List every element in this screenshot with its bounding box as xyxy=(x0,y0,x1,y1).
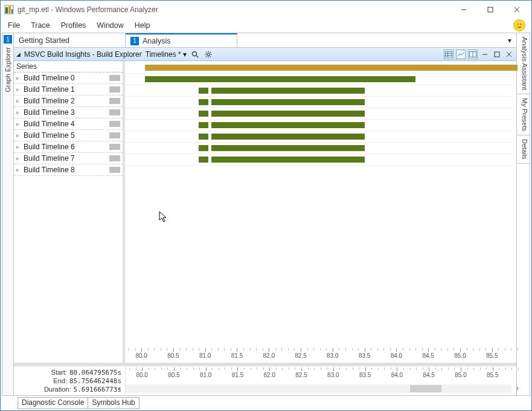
svg-point-10 xyxy=(193,51,197,56)
series-label: Build Timeline 1 xyxy=(24,85,75,94)
series-swatch xyxy=(109,121,120,127)
overview-ruler[interactable]: 80.080.581.081.582.082.583.083.584.084.5… xyxy=(125,366,516,395)
scroll-left-icon[interactable]: ‹ xyxy=(118,384,121,392)
series-item[interactable]: ▹Build Timeline 1 xyxy=(14,84,123,95)
timeline-bar[interactable] xyxy=(211,122,364,128)
timeline-bar[interactable] xyxy=(145,76,415,82)
feedback-smiley-icon[interactable] xyxy=(513,19,525,31)
series-item[interactable]: ▹Build Timeline 2 xyxy=(14,95,123,107)
x-tick-label: 83.0 xyxy=(327,372,339,378)
chart-track xyxy=(125,120,511,131)
svg-point-12 xyxy=(207,53,210,56)
timeline-bar[interactable] xyxy=(211,111,364,117)
menu-window[interactable]: Window xyxy=(92,20,128,31)
timeline-bar[interactable] xyxy=(199,111,208,117)
menu-file[interactable]: File xyxy=(3,20,25,31)
timeline-bar[interactable] xyxy=(199,99,208,105)
minimize-button[interactable] xyxy=(450,1,477,18)
x-tick-label: 81.0 xyxy=(199,352,211,359)
search-icon[interactable] xyxy=(190,50,200,59)
left-rail-graph-explorer[interactable]: Graph Explorer xyxy=(4,47,11,92)
timeline-bar[interactable] xyxy=(199,134,208,140)
panel-view-dropdown[interactable]: Timelines * ▾ xyxy=(146,50,187,59)
timeline-bar[interactable] xyxy=(199,157,208,163)
scroll-right-icon[interactable]: › xyxy=(516,384,519,392)
timeline-bar[interactable] xyxy=(211,157,364,163)
series-label: Build Timeline 6 xyxy=(24,143,75,151)
timeline-bar[interactable] xyxy=(199,145,208,151)
tab-getting-started[interactable]: Getting Started xyxy=(14,33,126,47)
right-tab-my-presets[interactable]: My Presets xyxy=(517,94,530,135)
status-symbols-hub[interactable]: Symbols Hub xyxy=(88,397,139,409)
timeline-bar[interactable] xyxy=(211,134,364,140)
menubar: File Trace Profiles Window Help xyxy=(1,19,531,32)
series-swatch xyxy=(109,132,120,138)
maximize-button[interactable] xyxy=(477,1,504,18)
summary-row: Start:80.064795675s End:85.756462448s Du… xyxy=(14,363,516,395)
series-item[interactable]: ▹Build Timeline 5 xyxy=(14,130,123,141)
timeline-bar[interactable] xyxy=(211,99,364,105)
expand-icon[interactable]: ▹ xyxy=(16,155,24,161)
series-pane: Series ▹Build Timeline 0▹Build Timeline … xyxy=(14,61,125,363)
series-item[interactable]: ▹Build Timeline 7 xyxy=(14,153,123,164)
end-value: 85.756462448s xyxy=(69,377,121,385)
timeline-bar[interactable] xyxy=(211,145,364,151)
tab-overflow-dropdown[interactable]: ▾ xyxy=(503,33,516,47)
right-tab-details[interactable]: Details xyxy=(517,135,530,164)
maximize-panel-icon[interactable] xyxy=(492,50,502,59)
chart-track xyxy=(125,74,511,85)
expand-icon[interactable]: ▹ xyxy=(16,167,24,173)
timeline-bar[interactable] xyxy=(199,122,208,128)
close-panel-icon[interactable] xyxy=(504,50,514,59)
series-item[interactable]: ▹Build Timeline 3 xyxy=(14,107,123,118)
view-split-icon[interactable] xyxy=(468,50,478,59)
expand-icon[interactable]: ▹ xyxy=(16,98,24,104)
x-tick-label: 81.0 xyxy=(200,372,211,378)
status-diagnostic-console[interactable]: Diagnostic Console xyxy=(18,397,88,409)
menu-profiles[interactable]: Profiles xyxy=(56,20,91,31)
expand-icon[interactable]: ▹ xyxy=(16,86,24,92)
expand-icon[interactable]: ▹ xyxy=(16,75,24,81)
timeline-bar[interactable] xyxy=(211,88,364,94)
tab-analysis[interactable]: 1 Analysis xyxy=(126,33,237,47)
chart-track xyxy=(125,154,511,166)
series-item[interactable]: ▹Build Timeline 0 xyxy=(14,73,123,84)
series-swatch xyxy=(109,75,120,81)
menu-help[interactable]: Help xyxy=(130,20,155,31)
series-item[interactable]: ▹Build Timeline 4 xyxy=(14,118,123,130)
series-swatch xyxy=(109,155,120,161)
panel-collapse-toggle[interactable]: ◢ xyxy=(16,51,21,57)
view-chart-icon[interactable] xyxy=(456,50,466,59)
minimize-panel-icon[interactable] xyxy=(480,50,490,59)
x-axis-ruler: 80.080.581.081.582.082.583.083.584.084.5… xyxy=(125,348,511,361)
svg-point-9 xyxy=(521,24,522,25)
close-button[interactable] xyxy=(504,1,530,18)
x-tick-label: 80.0 xyxy=(135,352,147,359)
timeline-bar[interactable] xyxy=(199,88,208,94)
expand-icon[interactable]: ▹ xyxy=(16,121,24,127)
series-label: Build Timeline 4 xyxy=(24,120,75,128)
x-tick-label: 83.5 xyxy=(359,372,371,378)
series-swatch xyxy=(109,144,120,150)
x-tick-label: 80.0 xyxy=(136,372,147,378)
overview-scrollbar[interactable]: ‹› xyxy=(126,384,511,393)
expand-icon[interactable]: ▹ xyxy=(16,144,24,150)
expand-icon[interactable]: ▹ xyxy=(16,132,24,138)
gear-icon[interactable] xyxy=(204,50,213,59)
svg-line-20 xyxy=(206,56,207,56)
series-label: Build Timeline 2 xyxy=(24,97,75,105)
x-tick-label: 81.5 xyxy=(231,352,243,359)
menu-trace[interactable]: Trace xyxy=(26,20,55,31)
view-table-icon[interactable] xyxy=(444,50,453,59)
expand-icon[interactable]: ▹ xyxy=(16,109,24,115)
document-tabs: Getting Started 1 Analysis ▾ xyxy=(14,33,516,48)
summary-labels: Start:80.064795675s End:85.756462448s Du… xyxy=(14,366,125,395)
scroll-thumb[interactable] xyxy=(410,385,442,392)
series-item[interactable]: ▹Build Timeline 8 xyxy=(14,164,123,176)
chart-area[interactable]: 80.080.581.081.582.082.583.083.584.084.5… xyxy=(125,61,516,363)
left-rail[interactable]: 1 Graph Explorer xyxy=(2,33,14,396)
series-item[interactable]: ▹Build Timeline 6 xyxy=(14,141,123,153)
right-tab-analysis-assistant[interactable]: Analysis Assistant xyxy=(517,33,530,94)
statusbar: Diagnostic Console Symbols Hub xyxy=(18,397,139,409)
timeline-bar[interactable] xyxy=(145,65,518,71)
